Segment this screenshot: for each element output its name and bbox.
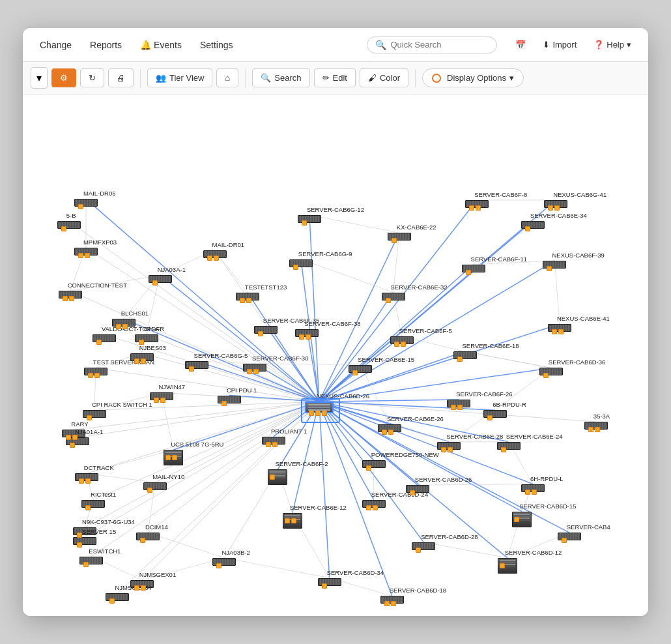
port-indicator-TEST-SERVER-KAAN-1[interactable] <box>94 373 100 378</box>
port-indicator-SERVER-CAB6D-18-1[interactable] <box>391 601 396 606</box>
node-label-SERVER-CAB6D-26[interactable]: SERVER-CAB6D-26 <box>415 476 472 483</box>
node-label-SERVER-CAB6F-8[interactable]: SERVER-CAB6F-8 <box>474 191 527 198</box>
node-label-SERVER-CAB6E-24[interactable]: SERVER-CAB6E-24 <box>506 433 563 440</box>
port-indicator-SERVER-CAB6D-24-0[interactable] <box>366 505 371 510</box>
node-label-MPMFXP03[interactable]: MPMFXP03 <box>83 239 117 246</box>
port-indicator-NJA03B-2-0[interactable] <box>216 563 221 568</box>
port-indicator-SERVER-CAB6E-26-1[interactable] <box>388 430 393 435</box>
node-label-PROLIANT-1[interactable]: PROLIANT 1 <box>271 428 307 435</box>
node-label-SERVER-CAB6F-11[interactable]: SERVER-CAB6F-11 <box>471 256 527 263</box>
help-button[interactable]: ❓ Help ▾ <box>587 36 638 53</box>
node-label-MAIL-NY10[interactable]: MAIL-NY10 <box>152 473 184 480</box>
port-indicator-TEST-SERVER-KAAN-0[interactable] <box>88 373 93 378</box>
node-label-NJA01A-1[interactable]: NJA01A-1 <box>75 428 103 435</box>
node-label-SERVER-CAB6D-12[interactable]: SERVER-CAB6D-12 <box>505 549 562 556</box>
node-label-NJA03A-1[interactable]: NJA03A-1 <box>158 266 186 273</box>
nav-settings[interactable]: Settings <box>193 36 240 54</box>
node-label-SERVER-CAB6F-38[interactable]: SERVER-CAB6F-38 <box>304 320 360 327</box>
port-indicator-DCTRACK-1[interactable] <box>85 478 91 484</box>
port-indicator-NJMSGEX01-1[interactable] <box>141 585 146 591</box>
port-indicator-KX-CAB6E-22-0[interactable] <box>392 238 397 243</box>
port-indicator-UCS-5108-7G-5RU-0[interactable] <box>165 455 171 460</box>
node-label-DCTRACK[interactable]: DCTRACK <box>84 464 114 471</box>
node-label-CPI-PDU-1[interactable]: CPI PDU 1 <box>227 387 257 394</box>
port-indicator-6H-RPDU-L-1[interactable] <box>532 490 537 495</box>
edit-button[interactable]: ✏ Edit <box>314 68 356 87</box>
node-label-VALDO-DCT-TOPOFR[interactable]: VALDO-DCT-TOPOFR <box>102 325 164 332</box>
port-indicator-SERVER-CAB6E-12-0[interactable] <box>285 518 290 523</box>
node-label-SERVER-CAB6D-28[interactable]: SERVER-CAB6D-28 <box>421 533 478 540</box>
port-indicator-CPI-PDU-1-0[interactable] <box>221 401 227 406</box>
node-label-NJA03B-2[interactable]: NJA03B-2 <box>221 549 250 556</box>
port-indicator-POWEREDGE750-NEW-0[interactable] <box>366 465 371 471</box>
port-indicator-CH-A-0[interactable] <box>139 340 144 345</box>
node-label-SERVER-CAB6G-9[interactable]: SERVER-CAB6G-9 <box>298 250 352 257</box>
node-label-SERVER-CAB6E-18[interactable]: SERVER-CAB6E-18 <box>463 342 519 349</box>
port-indicator-SERVER-CAB6F-30-0[interactable] <box>247 369 252 374</box>
node-label-6B-RPDU-R[interactable]: 6B-RPDU-R <box>493 401 526 408</box>
port-indicator-NJBES03-0[interactable] <box>134 359 139 364</box>
port-indicator-VALDO-DCT-TOPOFR-0[interactable] <box>96 340 102 345</box>
port-indicator-SERVER-CAB6D-15-0[interactable] <box>514 517 519 522</box>
port-indicator-SERVER-CAB6F-5-1[interactable] <box>401 342 406 347</box>
node-label-SERVER-CAB6D-24[interactable]: SERVER-CAB6D-24 <box>371 491 428 498</box>
node-label-DCIM14[interactable]: DCIM14 <box>145 523 168 531</box>
home-button[interactable]: ⌂ <box>216 68 238 87</box>
port-indicator-NEXUS-CAB6G-41-1[interactable] <box>554 205 560 211</box>
port-indicator-NJWIN47-0[interactable] <box>154 398 159 403</box>
port-indicator-SERVER-CAB6G-5-0[interactable] <box>189 366 194 372</box>
port-indicator-NEXUS-CAB6F-39-0[interactable] <box>547 266 552 271</box>
node-label-SERVER-CAB6G-5[interactable]: SERVER-CAB6G-5 <box>194 352 248 359</box>
port-indicator-RARY-0[interactable] <box>66 435 71 440</box>
node-label-CPI-RACK-SWITCH-1[interactable]: CPI RACK SWITCH 1 <box>92 401 152 408</box>
port-indicator-CONNECTION-TEST-0[interactable] <box>63 296 68 301</box>
node-label-NJMSGEX01[interactable]: NJMSGEX01 <box>139 571 177 578</box>
port-indicator-MAIL-DR05-0[interactable] <box>78 204 83 209</box>
port-indicator-SERVER-CAB6F-35-0[interactable] <box>258 331 263 336</box>
port-indicator-SERVER-CAB6F-8-0[interactable] <box>469 205 474 211</box>
nav-events[interactable]: 🔔 Events <box>134 36 188 54</box>
node-label-SERVER-CAB6F-26[interactable]: SERVER-CAB6F-26 <box>456 390 512 398</box>
port-indicator-PROLIANT-1-0[interactable] <box>266 442 271 447</box>
node-label-BLCHS01[interactable]: BLCHS01 <box>121 310 149 317</box>
node-device-SERVER-CAB6E-18[interactable] <box>453 351 477 359</box>
port-indicator-SERVER-CAB4-0[interactable] <box>562 538 567 543</box>
port-indicator-SERVER-CAB6E-18-0[interactable] <box>457 357 463 362</box>
node-label-NEXUS-CAB6F-39[interactable]: NEXUS-CAB6F-39 <box>552 252 604 259</box>
port-indicator-SERVER-CAB6F-5-0[interactable] <box>394 342 399 347</box>
port-indicator-ESWITCH1-0[interactable] <box>83 562 89 567</box>
node-label-NEXUS-CAB6G-41[interactable]: NEXUS-CAB6G-41 <box>553 191 607 198</box>
network-map[interactable]: MAIL-DR055-BMPMFXP03MAIL-DR01CONNECTION-… <box>23 95 648 616</box>
port-indicator-SERVER-CAB6E-28-1[interactable] <box>448 447 453 452</box>
port-indicator-BLCHS01-1[interactable] <box>122 324 128 329</box>
node-label-6H-RPDU-L[interactable]: 6H-RPDU-L <box>530 475 564 482</box>
node-label-SERVER-CAB6D-34[interactable]: SERVER-CAB6D-34 <box>327 569 384 576</box>
port-indicator-SERVER-CAB6E-26-0[interactable] <box>382 430 387 435</box>
port-indicator-NJA03A-1-0[interactable] <box>152 280 158 285</box>
port-indicator-NJMSGEX01-0[interactable] <box>134 585 139 591</box>
port-indicator-SERVER-CAB6F-26-0[interactable] <box>451 405 456 410</box>
port-indicator-TESTETST123-1[interactable] <box>246 298 251 303</box>
port-indicator-SERVER-CAB6F-11-0[interactable] <box>466 270 471 275</box>
port-indicator-PROLIANT-1-1[interactable] <box>272 442 278 447</box>
port-indicator-SERVER-CAB6D-26-0[interactable] <box>410 490 415 495</box>
port-indicator-SERVER-CAB6D-18-0[interactable] <box>384 601 390 606</box>
node-label-NEXUS-CAB6D-26[interactable]: NEXUS-CAB6D-26 <box>317 392 369 400</box>
node-label-NJMSGEX04[interactable]: NJMSGEX04 <box>115 584 152 591</box>
port-indicator-SERVER-CAB6F-30-1[interactable] <box>253 369 259 374</box>
port-indicator-MAIL-NY10-0[interactable] <box>147 488 152 493</box>
port-indicator-NEXUS-CAB6E-41-0[interactable] <box>552 329 557 334</box>
quick-search-wrapper[interactable]: 🔍 <box>367 37 497 53</box>
node-label-NJWIN47[interactable]: NJWIN47 <box>159 383 186 390</box>
node-label-MAIL-DR01[interactable]: MAIL-DR01 <box>212 241 245 248</box>
node-label-NEXUS-CAB6E-41[interactable]: NEXUS-CAB6E-41 <box>557 315 610 322</box>
port-indicator-6B-RPDU-R-0[interactable] <box>487 415 493 420</box>
node-label-SERVER-CAB6E-32[interactable]: SERVER-CAB6E-32 <box>391 284 448 291</box>
port-indicator-SERVER-CAB6D-24-1[interactable] <box>373 505 378 510</box>
nav-change[interactable]: Change <box>33 36 78 54</box>
port-indicator-b-b-0[interactable] <box>61 226 66 231</box>
node-label-SERVER-CAB6G-12[interactable]: SERVER-CAB6G-12 <box>307 206 364 213</box>
port-indicator-SERVER-CAB6E-34-0[interactable] <box>525 226 530 231</box>
gear-button[interactable]: ⚙ <box>51 68 76 87</box>
node-device-SERVER-CAB6E-32[interactable] <box>382 293 405 300</box>
